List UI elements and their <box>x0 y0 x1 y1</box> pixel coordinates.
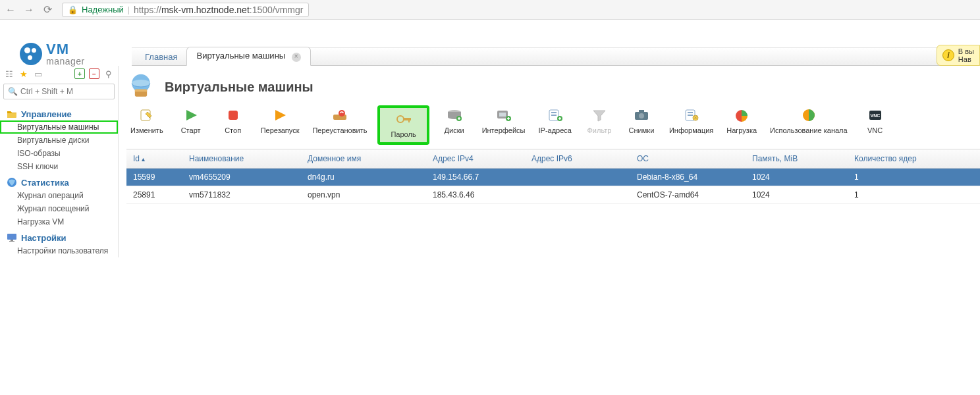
sidebar-item-visitlog[interactable]: Журнал посещений <box>0 202 118 215</box>
table-cell: 15599 <box>126 169 182 186</box>
logo-text: VM manager <box>46 42 85 66</box>
table-cell: CentOS-7-amd64 <box>630 186 746 203</box>
svg-rect-3 <box>9 241 14 242</box>
section-management[interactable]: Управление <box>0 105 118 120</box>
info-callout[interactable]: i В вы Нав <box>937 45 980 66</box>
column-header[interactable]: Адрес IPv6 <box>525 149 630 168</box>
column-header[interactable]: Память, MiB <box>746 149 848 168</box>
section-settings[interactable]: Настройки <box>0 228 118 244</box>
table-cell: dn4g.ru <box>301 169 426 186</box>
svg-rect-9 <box>229 111 238 120</box>
toolbar-label: Пароль <box>391 130 416 138</box>
forward-button[interactable]: → <box>22 3 36 16</box>
vnc-icon: VNC <box>867 108 884 122</box>
svg-point-11 <box>339 110 345 117</box>
tab-main[interactable]: Главная <box>136 49 186 65</box>
tree-icon[interactable]: ☷ <box>4 68 14 79</box>
svg-rect-13 <box>403 118 411 120</box>
sidebar-item-vmload[interactable]: Нагрузка VM <box>0 215 118 228</box>
table-cell <box>525 186 630 203</box>
sidebar-search[interactable]: 🔍 <box>3 84 115 99</box>
sidebar-item-disks[interactable]: Виртуальные диски <box>0 134 118 147</box>
toolbar-start-button[interactable]: Старт <box>174 105 208 136</box>
search-input[interactable] <box>20 87 110 96</box>
svg-point-12 <box>397 116 404 122</box>
svg-rect-1 <box>7 234 16 240</box>
close-icon[interactable]: × <box>292 53 301 62</box>
interfaces-icon <box>495 108 512 122</box>
expand-all-icon[interactable]: + <box>74 68 85 79</box>
toolbar-interfaces-button[interactable]: Интерфейсы <box>479 105 528 136</box>
toolbar-password-button[interactable]: Пароль <box>377 105 429 145</box>
snapshots-icon <box>633 108 650 122</box>
toolbar-ip-button[interactable]: IP-адреса <box>535 105 574 136</box>
column-header[interactable]: Наименование <box>182 149 301 168</box>
svg-rect-2 <box>11 240 13 241</box>
tab-label: Главная <box>145 52 177 62</box>
sidebar: ☷ ★ ▭ + − ⚲ 🔍 Управление Виртуальные маш… <box>0 66 119 257</box>
column-header[interactable]: Адрес IPv4 <box>426 149 525 168</box>
svg-rect-14 <box>408 118 410 122</box>
sidebar-item-ssh[interactable]: SSH ключи <box>0 160 118 173</box>
table-cell <box>525 169 630 186</box>
sidebar-item-vms[interactable]: Виртуальные машины <box>0 120 118 134</box>
pin-icon[interactable]: ⚲ <box>103 68 114 79</box>
table-header: IdНаименованиеДоменное имяАдрес IPv4Адре… <box>126 149 980 169</box>
toolbar-label: Диски <box>445 126 464 134</box>
ip-icon <box>547 108 564 122</box>
page-header: Виртуальные машины <box>126 72 980 101</box>
card-icon[interactable]: ▭ <box>33 68 43 79</box>
app-header: VM manager Главная Виртуальные машины × … <box>0 20 980 66</box>
toolbar-reinstall-button[interactable]: Переустановить <box>310 105 369 136</box>
toolbar-restart-button[interactable]: Перезапуск <box>258 105 302 136</box>
column-header[interactable]: Id <box>126 149 182 168</box>
url-path: :1500/vmmgr <box>250 5 304 15</box>
collapse-all-icon[interactable]: − <box>89 68 99 79</box>
svg-rect-7 <box>135 90 147 92</box>
toolbar-info-button[interactable]: Информация <box>667 105 716 136</box>
info-icon <box>683 108 700 122</box>
toolbar-vnc-button[interactable]: VNCVNC <box>858 105 892 136</box>
section-statistics[interactable]: Статистика <box>0 173 118 189</box>
svg-rect-22 <box>551 115 557 116</box>
main-area: Виртуальные машины ИзменитьСтартСтопПере… <box>119 66 980 257</box>
separator: | <box>128 5 130 14</box>
section-title: Статистика <box>21 178 69 188</box>
secure-label: Надежный <box>82 5 124 14</box>
filter-icon <box>591 108 608 122</box>
toolbar-stop-button[interactable]: Стоп <box>216 105 250 136</box>
toolbar-snapshots-button[interactable]: Снимки <box>624 105 659 136</box>
sidebar-item-oplog[interactable]: Журнал операций <box>0 189 118 202</box>
toolbar-label: IP-адреса <box>538 126 571 134</box>
table-cell: 25891 <box>126 186 182 203</box>
sidebar-item-iso[interactable]: ISO-образы <box>0 147 118 160</box>
toolbar-load-button[interactable]: Нагрузка <box>724 105 759 136</box>
page-icon <box>126 72 155 101</box>
address-bar[interactable]: 🔒 Надежный | https://msk-vm.hoztnode.net… <box>62 3 309 17</box>
start-icon <box>182 108 200 122</box>
folder-icon <box>7 109 17 119</box>
globe-icon <box>7 177 17 188</box>
vm-table: IdНаименованиеДоменное имяАдрес IPv4Адре… <box>126 149 980 204</box>
toolbar-disks-button[interactable]: Диски <box>437 105 472 136</box>
column-header[interactable]: Количество ядер <box>848 149 980 168</box>
table-cell: 1 <box>848 169 980 186</box>
toolbar-label: Снимки <box>629 126 655 134</box>
column-header[interactable]: ОС <box>630 149 746 168</box>
url-host: msk-vm.hoztnode.net <box>161 5 250 15</box>
logo-icon <box>20 43 42 65</box>
monitor-icon <box>7 232 17 243</box>
toolbar-filter-button[interactable]: Фильтр <box>582 105 616 136</box>
table-row[interactable]: 25891vm5711832open.vpn185.43.6.46CentOS-… <box>126 186 980 204</box>
stop-icon <box>225 108 242 122</box>
tab-vms[interactable]: Виртуальные машины × <box>186 47 310 66</box>
toolbar-edit-button[interactable]: Изменить <box>128 105 166 136</box>
star-icon[interactable]: ★ <box>18 68 29 79</box>
reload-button[interactable]: ⟳ <box>41 3 54 16</box>
sidebar-item-usersettings[interactable]: Настройки пользователя <box>0 244 118 257</box>
toolbar-bandwidth-button[interactable]: Использование канала <box>767 105 850 136</box>
column-header[interactable]: Доменное имя <box>301 149 426 168</box>
table-row[interactable]: 15599vm4655209dn4g.ru149.154.66.7Debian-… <box>126 169 980 186</box>
toolbar-label: Интерфейсы <box>482 126 526 134</box>
back-button[interactable]: ← <box>4 3 17 16</box>
